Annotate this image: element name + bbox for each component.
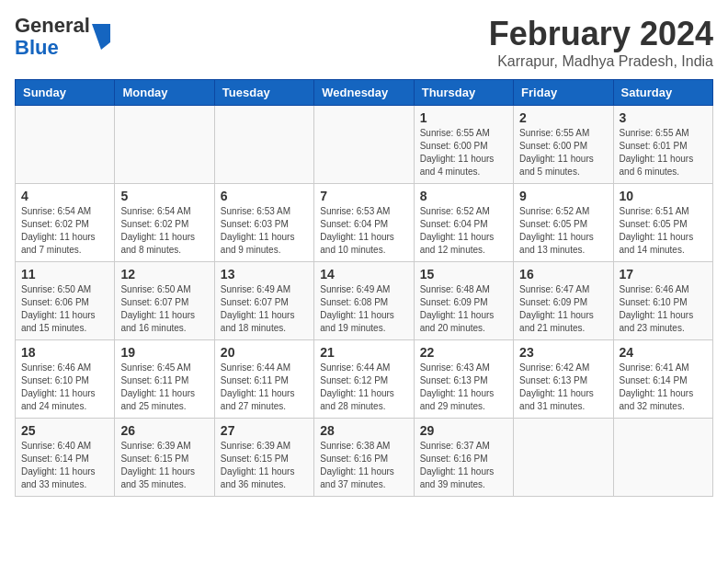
day-info: Sunrise: 6:55 AM Sunset: 6:00 PM Dayligh… xyxy=(519,127,607,178)
day-info: Sunrise: 6:52 AM Sunset: 6:04 PM Dayligh… xyxy=(420,205,507,257)
calendar-week-4: 18Sunrise: 6:46 AM Sunset: 6:10 PM Dayli… xyxy=(16,340,713,419)
calendar-cell xyxy=(214,106,313,184)
day-number: 6 xyxy=(221,189,308,203)
day-info: Sunrise: 6:46 AM Sunset: 6:10 PM Dayligh… xyxy=(21,362,108,413)
day-number: 23 xyxy=(519,345,607,360)
calendar-cell: 17Sunrise: 6:46 AM Sunset: 6:10 PM Dayli… xyxy=(613,262,712,340)
header-wednesday: Wednesday xyxy=(314,80,414,106)
calendar-week-5: 25Sunrise: 6:40 AM Sunset: 6:14 PM Dayli… xyxy=(16,419,713,497)
calendar-week-2: 4Sunrise: 6:54 AM Sunset: 6:02 PM Daylig… xyxy=(16,184,713,262)
calendar-cell xyxy=(314,106,414,184)
calendar-cell: 6Sunrise: 6:53 AM Sunset: 6:03 PM Daylig… xyxy=(214,184,313,262)
day-info: Sunrise: 6:55 AM Sunset: 6:01 PM Dayligh… xyxy=(620,127,707,178)
day-info: Sunrise: 6:44 AM Sunset: 6:11 PM Dayligh… xyxy=(221,362,308,413)
day-number: 1 xyxy=(420,110,507,125)
day-number: 9 xyxy=(519,189,607,203)
calendar-cell: 23Sunrise: 6:42 AM Sunset: 6:13 PM Dayli… xyxy=(514,340,613,419)
day-number: 27 xyxy=(221,423,308,438)
calendar-week-3: 11Sunrise: 6:50 AM Sunset: 6:06 PM Dayli… xyxy=(16,262,713,340)
day-info: Sunrise: 6:45 AM Sunset: 6:11 PM Dayligh… xyxy=(120,362,208,413)
month-title: February 2024 xyxy=(489,15,713,53)
header-sunday: Sunday xyxy=(16,80,115,106)
day-info: Sunrise: 6:55 AM Sunset: 6:00 PM Dayligh… xyxy=(420,127,507,178)
calendar-cell xyxy=(514,419,613,497)
calendar-cell: 12Sunrise: 6:50 AM Sunset: 6:07 PM Dayli… xyxy=(115,262,214,340)
calendar-cell: 14Sunrise: 6:49 AM Sunset: 6:08 PM Dayli… xyxy=(314,262,414,340)
day-info: Sunrise: 6:50 AM Sunset: 6:06 PM Dayligh… xyxy=(21,283,108,335)
logo: General Blue xyxy=(15,15,110,59)
calendar-cell xyxy=(16,106,115,184)
day-info: Sunrise: 6:52 AM Sunset: 6:05 PM Dayligh… xyxy=(519,205,607,257)
calendar-week-1: 1Sunrise: 6:55 AM Sunset: 6:00 PM Daylig… xyxy=(16,106,713,184)
calendar-cell xyxy=(115,106,214,184)
calendar-cell: 4Sunrise: 6:54 AM Sunset: 6:02 PM Daylig… xyxy=(16,184,115,262)
day-info: Sunrise: 6:54 AM Sunset: 6:02 PM Dayligh… xyxy=(120,205,208,257)
day-info: Sunrise: 6:53 AM Sunset: 6:04 PM Dayligh… xyxy=(320,205,407,257)
day-number: 2 xyxy=(519,110,607,125)
day-number: 28 xyxy=(320,423,407,438)
header-friday: Friday xyxy=(514,80,613,106)
day-number: 24 xyxy=(620,345,707,360)
calendar-cell: 22Sunrise: 6:43 AM Sunset: 6:13 PM Dayli… xyxy=(414,340,513,419)
day-number: 20 xyxy=(221,345,308,360)
day-number: 5 xyxy=(120,189,208,203)
title-block: February 2024 Karrapur, Madhya Pradesh, … xyxy=(489,15,713,70)
day-info: Sunrise: 6:51 AM Sunset: 6:05 PM Dayligh… xyxy=(620,205,707,257)
page-header: General Blue February 2024 Karrapur, Mad… xyxy=(15,15,713,70)
svg-marker-0 xyxy=(92,24,110,50)
calendar-cell: 13Sunrise: 6:49 AM Sunset: 6:07 PM Dayli… xyxy=(214,262,313,340)
calendar-cell: 18Sunrise: 6:46 AM Sunset: 6:10 PM Dayli… xyxy=(16,340,115,419)
day-info: Sunrise: 6:44 AM Sunset: 6:12 PM Dayligh… xyxy=(320,362,407,413)
logo-general: General xyxy=(15,14,90,37)
calendar-cell: 27Sunrise: 6:39 AM Sunset: 6:15 PM Dayli… xyxy=(214,419,313,497)
calendar-cell: 20Sunrise: 6:44 AM Sunset: 6:11 PM Dayli… xyxy=(214,340,313,419)
logo-icon xyxy=(92,24,110,50)
header-thursday: Thursday xyxy=(414,80,513,106)
calendar-cell: 3Sunrise: 6:55 AM Sunset: 6:01 PM Daylig… xyxy=(613,106,712,184)
day-info: Sunrise: 6:39 AM Sunset: 6:15 PM Dayligh… xyxy=(120,440,208,491)
header-saturday: Saturday xyxy=(613,80,712,106)
day-number: 17 xyxy=(620,267,707,282)
day-info: Sunrise: 6:43 AM Sunset: 6:13 PM Dayligh… xyxy=(420,362,507,413)
calendar-cell: 7Sunrise: 6:53 AM Sunset: 6:04 PM Daylig… xyxy=(314,184,414,262)
day-info: Sunrise: 6:53 AM Sunset: 6:03 PM Dayligh… xyxy=(221,205,308,257)
day-info: Sunrise: 6:42 AM Sunset: 6:13 PM Dayligh… xyxy=(519,362,607,413)
calendar-cell: 25Sunrise: 6:40 AM Sunset: 6:14 PM Dayli… xyxy=(16,419,115,497)
header-tuesday: Tuesday xyxy=(214,80,313,106)
calendar-cell: 26Sunrise: 6:39 AM Sunset: 6:15 PM Dayli… xyxy=(115,419,214,497)
calendar-cell: 5Sunrise: 6:54 AM Sunset: 6:02 PM Daylig… xyxy=(115,184,214,262)
day-number: 7 xyxy=(320,189,407,203)
day-info: Sunrise: 6:49 AM Sunset: 6:08 PM Dayligh… xyxy=(320,283,407,335)
day-info: Sunrise: 6:48 AM Sunset: 6:09 PM Dayligh… xyxy=(420,283,507,335)
calendar-cell: 28Sunrise: 6:38 AM Sunset: 6:16 PM Dayli… xyxy=(314,419,414,497)
day-info: Sunrise: 6:37 AM Sunset: 6:16 PM Dayligh… xyxy=(420,440,507,491)
day-info: Sunrise: 6:38 AM Sunset: 6:16 PM Dayligh… xyxy=(320,440,407,491)
day-number: 29 xyxy=(420,423,507,438)
day-number: 15 xyxy=(420,267,507,282)
day-number: 8 xyxy=(420,189,507,203)
day-number: 11 xyxy=(21,267,108,282)
logo-blue: Blue xyxy=(15,36,59,59)
calendar-cell: 9Sunrise: 6:52 AM Sunset: 6:05 PM Daylig… xyxy=(514,184,613,262)
header-monday: Monday xyxy=(115,80,214,106)
day-number: 25 xyxy=(21,423,108,438)
day-number: 26 xyxy=(120,423,208,438)
calendar-cell: 21Sunrise: 6:44 AM Sunset: 6:12 PM Dayli… xyxy=(314,340,414,419)
calendar-cell: 8Sunrise: 6:52 AM Sunset: 6:04 PM Daylig… xyxy=(414,184,513,262)
day-number: 19 xyxy=(120,345,208,360)
calendar-cell: 19Sunrise: 6:45 AM Sunset: 6:11 PM Dayli… xyxy=(115,340,214,419)
calendar-cell: 29Sunrise: 6:37 AM Sunset: 6:16 PM Dayli… xyxy=(414,419,513,497)
day-number: 10 xyxy=(620,189,707,203)
day-info: Sunrise: 6:54 AM Sunset: 6:02 PM Dayligh… xyxy=(21,205,108,257)
day-info: Sunrise: 6:50 AM Sunset: 6:07 PM Dayligh… xyxy=(120,283,208,335)
day-number: 14 xyxy=(320,267,407,282)
calendar-header-row: SundayMondayTuesdayWednesdayThursdayFrid… xyxy=(16,80,713,106)
day-number: 16 xyxy=(519,267,607,282)
day-number: 18 xyxy=(21,345,108,360)
calendar-cell: 15Sunrise: 6:48 AM Sunset: 6:09 PM Dayli… xyxy=(414,262,513,340)
day-number: 21 xyxy=(320,345,407,360)
day-number: 4 xyxy=(21,189,108,203)
calendar-cell: 1Sunrise: 6:55 AM Sunset: 6:00 PM Daylig… xyxy=(414,106,513,184)
day-info: Sunrise: 6:49 AM Sunset: 6:07 PM Dayligh… xyxy=(221,283,308,335)
calendar-cell xyxy=(613,419,712,497)
